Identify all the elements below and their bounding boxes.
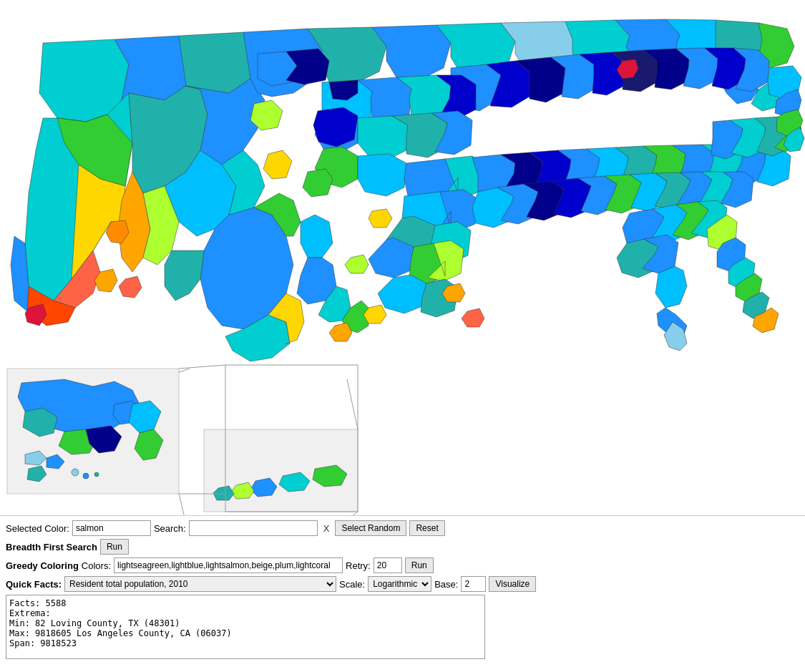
colors-input[interactable]: lightseagreen,lightblue,lightsalmon,beig… <box>114 557 343 573</box>
svg-point-137 <box>83 473 89 479</box>
facts-row: Facts: 5588 Extrema: Min: 82 Loving Coun… <box>6 595 799 659</box>
quick-facts-label: Quick Facts: <box>6 579 62 590</box>
search-label: Search: <box>154 523 186 534</box>
bfs-run-button[interactable]: Run <box>100 539 129 555</box>
scale-label: Scale: <box>339 579 365 590</box>
bfs-row: Breadth First Search Run <box>6 539 799 555</box>
quick-facts-row: Quick Facts: Resident total population, … <box>6 576 799 592</box>
base-input[interactable]: 2 <box>461 576 486 592</box>
scale-select[interactable]: LogarithmicLinear <box>368 576 431 592</box>
visualize-button[interactable]: Visualize <box>489 576 536 592</box>
greedy-run-button[interactable]: Run <box>405 557 434 573</box>
clear-search-button[interactable]: X <box>321 520 333 536</box>
map-container <box>0 0 805 515</box>
svg-marker-121 <box>313 107 358 147</box>
colors-label: Colors: <box>82 560 111 571</box>
facts-textarea[interactable]: Facts: 5588 Extrema: Min: 82 Loving Coun… <box>6 595 485 659</box>
bfs-label: Breadth First Search <box>6 542 97 552</box>
svg-point-138 <box>94 472 99 477</box>
selected-color-input[interactable]: salmon <box>72 520 151 536</box>
greedy-row: Greedy Coloring Colors: lightseagreen,li… <box>6 557 799 573</box>
base-label: Base: <box>434 579 458 590</box>
color-search-row: Selected Color: salmon Search: X Select … <box>6 520 799 536</box>
svg-point-136 <box>72 469 79 476</box>
select-random-button[interactable]: Select Random <box>335 520 406 536</box>
quick-facts-select[interactable]: Resident total population, 2010 <box>64 576 336 592</box>
search-input[interactable] <box>189 520 318 536</box>
svg-marker-124 <box>303 169 333 197</box>
reset-button[interactable]: Reset <box>409 520 444 536</box>
controls-panel: Selected Color: salmon Search: X Select … <box>0 515 805 662</box>
us-county-map <box>0 0 805 515</box>
greedy-label: Greedy Coloring <box>6 560 79 571</box>
svg-marker-56 <box>358 154 406 196</box>
selected-color-label: Selected Color: <box>6 523 69 534</box>
retry-input[interactable]: 20 <box>374 557 402 573</box>
retry-label: Retry: <box>346 560 371 571</box>
